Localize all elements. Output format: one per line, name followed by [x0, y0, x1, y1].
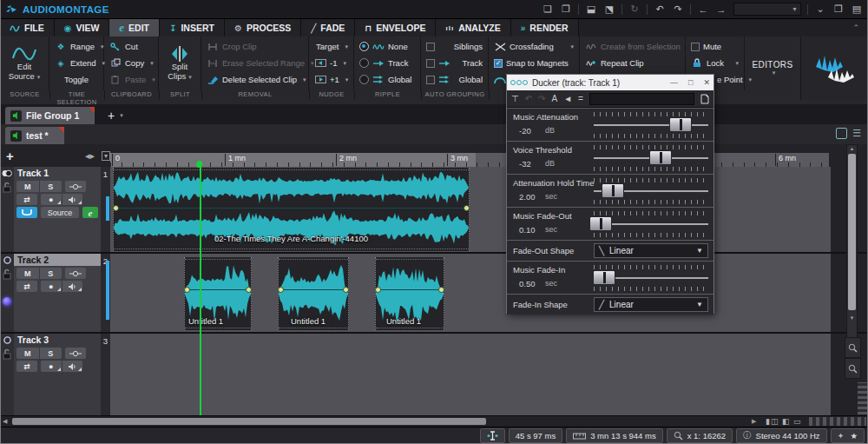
collapse-ribbon-icon[interactable]: ⌄ — [814, 3, 826, 15]
nudge-plus-button[interactable]: +1▾ — [309, 71, 353, 88]
track2-record-button[interactable]: ● — [41, 281, 62, 292]
tab-view[interactable]: ◉ VIEW — [55, 19, 110, 36]
zoom-display[interactable]: x 1: 16262 — [667, 428, 733, 443]
track2-routing-button[interactable]: ⇄ — [16, 281, 37, 292]
redo-icon[interactable]: ↷ — [672, 3, 684, 15]
track1-audio-clip[interactable]: 02-The Times They Are A-Changin'-44100 — [113, 168, 470, 251]
time-selection-mode-icon[interactable]: ◂▸ — [85, 150, 95, 162]
nav-forward-icon[interactable]: → — [715, 4, 727, 15]
equals-icon[interactable]: = — [578, 94, 583, 103]
envelope-node[interactable] — [184, 287, 190, 293]
crop-clip-button[interactable]: Crop Clip — [201, 38, 308, 55]
refresh-icon[interactable]: ↻ — [628, 3, 641, 15]
length-display[interactable]: 3 mn 13 s 944 ms — [566, 428, 663, 443]
view-mode-icons[interactable]: ▮◫ ◧ ▭ — [766, 417, 801, 426]
create-from-selection-button[interactable]: Create from Selection — [580, 38, 685, 55]
playhead-head-icon[interactable] — [196, 162, 202, 168]
cursor-time-display[interactable]: 45 s 97 ms — [509, 428, 562, 443]
track1-header[interactable]: Track 1 M S ⇄ ● — [0, 167, 101, 252]
preset-reset-icon[interactable]: ⊤ — [511, 94, 519, 103]
track1-record-button[interactable]: ● — [41, 194, 62, 205]
volume-envelope-line[interactable] — [279, 289, 348, 290]
mute-checkbox[interactable]: Mute — [686, 38, 744, 55]
lock-open-icon[interactable] — [3, 182, 11, 193]
track1-playback-button[interactable] — [62, 194, 83, 205]
scroll-left-icon[interactable]: ◀ — [3, 418, 7, 425]
track2-monitor-button[interactable] — [65, 268, 86, 279]
tab-insert[interactable]: ↧ INSERT — [160, 19, 225, 36]
track3-header[interactable]: Track 3 M S ⇄ ● — [0, 334, 101, 415]
time-ruler[interactable]: 0 1 mn 2 mn 3 mn 6 mn — [110, 153, 829, 167]
track1-effects-button[interactable]: e — [82, 207, 98, 218]
delete-clip-button[interactable]: Delete Selected Clip▾ — [201, 71, 308, 88]
ripple-none-radio[interactable]: None — [354, 38, 420, 55]
slider-handle[interactable] — [602, 183, 624, 198]
slider-handle[interactable] — [669, 117, 692, 132]
file-group-tab[interactable]: File Group 1 — [5, 107, 95, 124]
add-track-button[interactable]: + — [6, 149, 14, 163]
lock-open-icon[interactable] — [3, 269, 11, 280]
track-separator[interactable] — [0, 252, 868, 254]
repeat-clip-button[interactable]: Repeat Clip — [580, 55, 685, 71]
track2-playback-button[interactable] — [62, 281, 83, 292]
track3-monitor-button[interactable] — [65, 348, 86, 359]
extend-button[interactable]: ◈ Extend▾ — [49, 55, 103, 71]
redo-icon[interactable]: ↷ — [538, 94, 545, 103]
paste-button[interactable]: Paste▾ — [104, 71, 158, 88]
tab-edit[interactable]: e EDIT — [109, 19, 160, 36]
track1-source-button[interactable]: Source — [41, 207, 79, 218]
range-button[interactable]: ❖ Range▾ — [49, 38, 103, 55]
zoom-out-vertical-button[interactable] — [845, 358, 861, 379]
edit-cursor-indicator[interactable] — [480, 428, 505, 443]
open-file-icon[interactable]: ❐ — [560, 3, 572, 15]
horizontal-scrollbar[interactable]: ◀ ▶ ▮◫ ◧ ▭ — [0, 415, 868, 427]
siblings-checkbox[interactable]: Siblings — [421, 38, 488, 55]
autogroup-global-checkbox[interactable]: Global — [421, 71, 488, 88]
track3-record-button[interactable]: ● — [41, 361, 62, 372]
envelope-node[interactable] — [278, 287, 284, 293]
track1-solo-button[interactable]: S — [40, 181, 62, 192]
vertical-scroll-thumb[interactable] — [848, 154, 856, 310]
track1-ducker-button[interactable] — [16, 207, 37, 218]
collapse-ribbon-button[interactable]: ⌃ — [844, 19, 868, 36]
track1-name[interactable]: Track 1 — [14, 167, 101, 179]
track1-mute-button[interactable]: M — [16, 181, 40, 192]
workspace-layout-icon[interactable]: ▤ — [851, 3, 863, 15]
minimize-button[interactable]: — — [670, 78, 678, 87]
edit-source-button[interactable]: Edit Source▾ — [0, 36, 49, 90]
track3-playback-button[interactable] — [62, 361, 83, 372]
track3-lane[interactable] — [110, 334, 831, 415]
favorite-icon[interactable]: ★ — [850, 431, 858, 441]
undo-icon[interactable]: ↶ — [525, 94, 532, 103]
arrow-left-icon[interactable]: ◄ — [563, 94, 572, 103]
automation-icon[interactable]: A — [552, 94, 558, 103]
track2-scroll-indicator[interactable] — [106, 261, 109, 320]
volume-envelope-line[interactable] — [185, 289, 251, 290]
tab-process[interactable]: ⚙ PROCESS — [225, 19, 301, 36]
track2-clip-1[interactable]: Untitled 1 — [184, 257, 252, 330]
nudge-target-button[interactable]: Target▾ — [309, 38, 353, 55]
envelope-node[interactable] — [343, 287, 349, 293]
preset-page-icon[interactable] — [700, 94, 709, 104]
hold-time-slider[interactable] — [594, 178, 708, 204]
envelope-node[interactable] — [113, 205, 119, 211]
music-fade-in-slider[interactable] — [594, 265, 708, 291]
track1-lane[interactable]: 02-The Times They Are A-Changin'-44100 — [110, 167, 831, 252]
track3-name[interactable]: Track 3 — [14, 334, 101, 346]
audio-format-display[interactable]: ⓘ Stereo 44 100 Hz — [736, 428, 826, 443]
slider-handle[interactable] — [649, 150, 672, 165]
split-clips-button[interactable]: Split Clips▾ — [159, 36, 201, 90]
add-file-group-button[interactable]: +▾ — [102, 107, 128, 124]
slider-handle[interactable] — [589, 216, 612, 231]
tab-file[interactable]: FILE — [0, 19, 55, 36]
music-fade-out-slider[interactable] — [594, 211, 708, 237]
zoom-in-vertical-button[interactable] — [845, 337, 861, 358]
nav-back-icon[interactable]: ← — [697, 4, 709, 15]
scroll-right-icon[interactable]: ▶ — [752, 418, 756, 425]
track2-solo-button[interactable]: S — [40, 268, 62, 279]
envelope-node[interactable] — [464, 205, 470, 211]
vertical-zoom-shuttle[interactable] — [858, 382, 867, 414]
undo-icon[interactable]: ↶ — [654, 3, 666, 15]
autogroup-track-checkbox[interactable]: Track — [421, 55, 488, 71]
erase-range-button[interactable]: Erase Selected Range▾ — [201, 55, 308, 71]
